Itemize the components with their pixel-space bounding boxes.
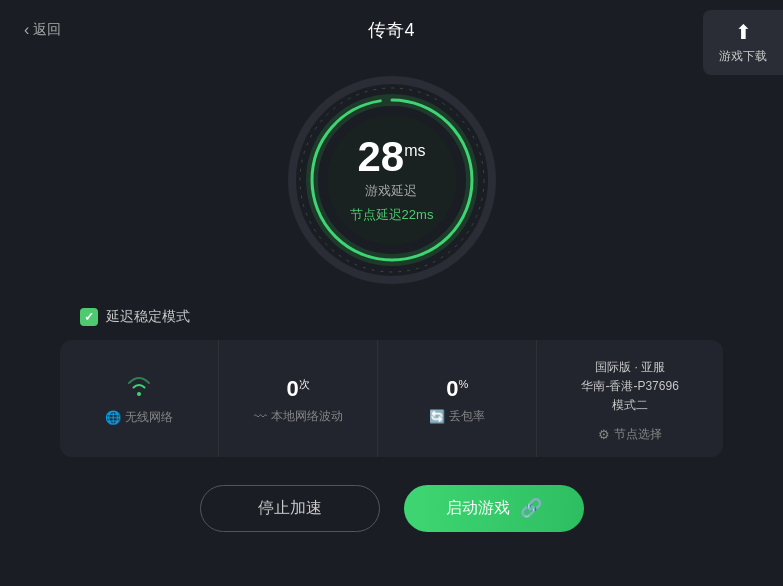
node-line1: 国际版 · 亚服: [581, 358, 678, 377]
stat-node: 国际版 · 亚服 华南-香港-P37696 模式二 ⚙ 节点选择: [537, 340, 723, 457]
download-icon: ⬆: [735, 20, 752, 44]
link-icon: 🔗: [520, 497, 542, 519]
gauge-container: 28ms 游戏延迟 节点延迟22ms: [282, 70, 502, 290]
gear-icon: ⚙: [598, 427, 610, 442]
download-label: 游戏下载: [719, 48, 767, 65]
checkmark-icon: ✓: [84, 310, 94, 324]
download-button[interactable]: ⬆ 游戏下载: [703, 10, 783, 75]
header: ‹ 返回 传奇4: [0, 0, 783, 60]
stop-button[interactable]: 停止加速: [200, 485, 380, 532]
back-button[interactable]: ‹ 返回: [24, 21, 61, 39]
wifi-label: 无线网络: [125, 409, 173, 426]
fluctuation-sublabel: 〰 本地网络波动: [254, 408, 343, 425]
packetloss-value: 0%: [446, 376, 468, 402]
gauge-section: 28ms 游戏延迟 节点延迟22ms: [0, 70, 783, 290]
gauge-center: 28ms 游戏延迟 节点延迟22ms: [350, 136, 434, 224]
stats-row: 🌐 无线网络 0次 〰 本地网络波动 0% 🔄 丢包率 国际版 · 亚服 华南-…: [60, 340, 723, 457]
wave-icon: 〰: [254, 409, 267, 424]
node-line2: 华南-香港-P37696: [581, 377, 678, 396]
stable-mode-label: 延迟稳定模式: [106, 308, 190, 326]
start-label: 启动游戏: [446, 498, 510, 519]
fluctuation-value: 0次: [287, 376, 310, 402]
fluctuation-label: 本地网络波动: [271, 408, 343, 425]
packetloss-sublabel: 🔄 丢包率: [429, 408, 485, 425]
node-delay-label: 节点延迟22ms: [350, 206, 434, 224]
action-row: 停止加速 启动游戏 🔗: [0, 485, 783, 532]
wifi-sublabel: 🌐 无线网络: [105, 409, 173, 426]
node-select-button[interactable]: ⚙ 节点选择: [598, 426, 662, 443]
refresh-icon: 🔄: [429, 409, 445, 424]
chevron-left-icon: ‹: [24, 21, 29, 39]
stable-mode-row: ✓ 延迟稳定模式: [80, 308, 783, 326]
globe-icon: 🌐: [105, 410, 121, 425]
wifi-icon: [125, 375, 153, 403]
node-line3: 模式二: [581, 396, 678, 415]
stable-mode-checkbox[interactable]: ✓: [80, 308, 98, 326]
back-label: 返回: [33, 21, 61, 39]
stat-packetloss: 0% 🔄 丢包率: [378, 340, 537, 457]
stat-wifi: 🌐 无线网络: [60, 340, 219, 457]
start-button[interactable]: 启动游戏 🔗: [404, 485, 584, 532]
node-select-label: 节点选择: [614, 426, 662, 443]
page-title: 传奇4: [368, 18, 414, 42]
node-info: 国际版 · 亚服 华南-香港-P37696 模式二: [581, 358, 678, 416]
gauge-ms-value: 28ms: [350, 136, 434, 178]
stat-fluctuation: 0次 〰 本地网络波动: [219, 340, 378, 457]
packetloss-label: 丢包率: [449, 408, 485, 425]
game-delay-label: 游戏延迟: [350, 182, 434, 200]
